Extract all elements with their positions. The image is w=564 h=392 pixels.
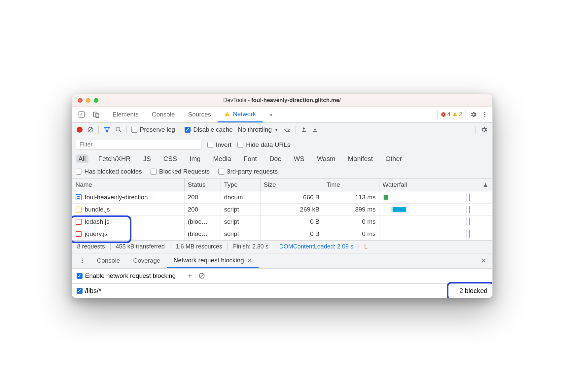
issue-counter[interactable]: 4 2	[437, 110, 466, 119]
summary-resources: 1.6 MB resources	[170, 243, 228, 250]
type-manifest[interactable]: Manifest	[345, 154, 376, 163]
svg-point-21	[82, 262, 83, 263]
type-other[interactable]: Other	[383, 154, 405, 163]
request-waterfall	[379, 203, 492, 215]
error-icon	[441, 112, 446, 117]
type-img[interactable]: Img	[187, 154, 203, 163]
network-settings-icon[interactable]	[480, 126, 488, 133]
third-party-checkbox[interactable]: 3rd-party requests	[218, 168, 278, 175]
svg-point-13	[116, 127, 120, 131]
upload-har-icon[interactable]	[300, 126, 307, 133]
window-titlebar: DevTools - foul-heavenly-direction.glitc…	[72, 94, 492, 107]
network-conditions-icon[interactable]	[283, 126, 291, 133]
summary-load: L	[359, 243, 373, 250]
request-status: 200	[184, 203, 221, 215]
maximize-window-button[interactable]	[94, 98, 98, 103]
svg-point-9	[484, 114, 485, 115]
type-js[interactable]: JS	[141, 154, 154, 163]
filter-icon[interactable]	[103, 126, 111, 133]
request-waterfall	[379, 215, 492, 228]
record-button[interactable]	[77, 127, 83, 133]
col-name[interactable]: Name	[72, 178, 184, 191]
drawer-tab-console[interactable]: Console	[90, 253, 127, 268]
pattern-checkbox[interactable]: /libs/*	[77, 287, 101, 295]
type-all[interactable]: All	[76, 154, 88, 163]
svg-point-20	[82, 260, 83, 261]
col-type[interactable]: Type	[221, 178, 260, 191]
download-har-icon[interactable]	[312, 126, 318, 133]
blocking-pattern-row[interactable]: /libs/* 2 blocked	[72, 284, 492, 298]
close-window-button[interactable]	[78, 98, 83, 103]
clear-icon[interactable]	[87, 126, 94, 133]
network-summary: 8 requests 455 kB transferred 1.6 MB res…	[72, 240, 492, 253]
remove-all-patterns-icon[interactable]	[198, 273, 205, 279]
drawer-tab-coverage[interactable]: Coverage	[126, 253, 167, 268]
drawer-more-icon[interactable]	[74, 253, 90, 268]
type-doc[interactable]: Doc	[267, 154, 284, 163]
request-time: 0 ms	[323, 215, 379, 228]
table-header-row: Name Status Type Size Time Waterfall▲	[72, 178, 492, 191]
request-type: docum…	[221, 191, 260, 203]
tab-console[interactable]: Console	[145, 107, 182, 122]
tab-elements[interactable]: Elements	[106, 107, 145, 122]
request-name: jquery.js	[85, 230, 108, 237]
throttling-select[interactable]: No throttling ▼	[238, 126, 278, 133]
svg-line-12	[88, 128, 92, 132]
svg-point-8	[484, 112, 485, 113]
drawer-tab-network-blocking[interactable]: Network request blocking	[167, 253, 259, 268]
blocked-requests-checkbox[interactable]: Blocked Requests	[151, 168, 210, 175]
blocking-list-container: /libs/* 2 blocked	[72, 284, 492, 298]
close-tab-icon[interactable]	[247, 258, 252, 263]
window-title: DevTools - foul-heavenly-direction.glitc…	[72, 97, 492, 104]
svg-rect-18	[313, 131, 317, 132]
col-waterfall[interactable]: Waterfall▲	[379, 178, 492, 191]
filter-input[interactable]	[76, 140, 201, 150]
table-row[interactable]: bundle.js200script269 kB399 ms	[72, 203, 492, 215]
svg-rect-1	[93, 112, 97, 117]
enable-blocking-checkbox[interactable]: Enable network request blocking	[77, 272, 176, 279]
disable-cache-checkbox[interactable]: Disable cache	[185, 126, 232, 133]
request-time: 113 ms	[323, 191, 379, 203]
request-name: foul-heavenly-direction.…	[85, 194, 156, 201]
invert-checkbox[interactable]: Invert	[207, 141, 232, 148]
svg-line-29	[200, 274, 204, 278]
request-name: bundle.js	[85, 206, 110, 213]
type-font[interactable]: Font	[241, 154, 260, 163]
minimize-window-button[interactable]	[86, 98, 90, 103]
table-row[interactable]: jquery.js(bloc…script0 B0 ms	[72, 228, 492, 240]
tab-network[interactable]: Network	[218, 107, 263, 122]
devtools-window: DevTools - foul-heavenly-direction.glitc…	[72, 94, 493, 298]
settings-icon[interactable]	[470, 111, 477, 118]
type-ws[interactable]: WS	[291, 154, 307, 163]
inspect-icon[interactable]	[78, 111, 85, 118]
summary-transferred: 455 kB transferred	[111, 243, 170, 250]
svg-rect-7	[455, 115, 455, 116]
preserve-log-checkbox[interactable]: Preserve log	[131, 126, 175, 133]
resource-type-filter: All Fetch/XHR JS CSS Img Media Font Doc …	[72, 152, 492, 165]
network-table-container: Name Status Type Size Time Waterfall▲ fo…	[72, 178, 492, 240]
device-toggle-icon[interactable]	[92, 111, 100, 118]
has-blocked-cookies-checkbox[interactable]: Has blocked cookies	[76, 168, 142, 175]
svg-point-10	[484, 116, 485, 117]
col-time[interactable]: Time	[323, 178, 379, 191]
type-fetch-xhr[interactable]: Fetch/XHR	[96, 154, 133, 163]
more-icon[interactable]	[481, 111, 488, 118]
table-row[interactable]: lodash.js(bloc…script0 B0 ms	[72, 215, 492, 228]
type-wasm[interactable]: Wasm	[314, 154, 338, 163]
svg-point-19	[82, 258, 83, 259]
col-size[interactable]: Size	[260, 178, 323, 191]
type-media[interactable]: Media	[210, 154, 233, 163]
tabs-overflow[interactable]: »	[263, 107, 279, 122]
tab-sources[interactable]: Sources	[181, 107, 218, 122]
drawer-close-icon[interactable]	[475, 253, 492, 268]
drawer-tabs: Console Coverage Network request blockin…	[72, 253, 492, 269]
col-status[interactable]: Status	[184, 178, 221, 191]
document-icon	[76, 194, 82, 200]
request-time: 399 ms	[323, 203, 379, 215]
add-pattern-icon[interactable]	[187, 273, 193, 279]
table-row[interactable]: foul-heavenly-direction.…200docum…666 B1…	[72, 191, 492, 203]
hide-data-urls-checkbox[interactable]: Hide data URLs	[237, 141, 290, 148]
type-css[interactable]: CSS	[161, 154, 180, 163]
search-icon[interactable]	[115, 126, 122, 133]
network-toolbar: Preserve log Disable cache No throttling…	[72, 123, 492, 137]
